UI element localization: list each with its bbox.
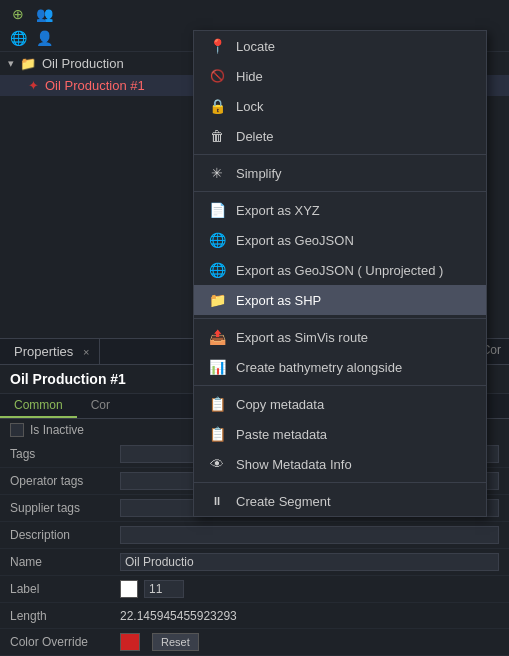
prop-row-color-override: Color Override Reset <box>0 629 509 656</box>
menu-sep-4 <box>194 385 486 386</box>
menu-item-export-geojson-unproj[interactable]: 🌐 Export as GeoJSON ( Unprojected ) <box>194 255 486 285</box>
prop-value-description[interactable] <box>120 526 499 544</box>
toolbar-icon-3[interactable]: 🌐 <box>8 28 28 48</box>
paste-metadata-icon: 📋 <box>208 425 226 443</box>
prop-value-length: 22.145945455923293 <box>120 609 499 623</box>
export-geojson-icon: 🌐 <box>208 231 226 249</box>
prop-label-length: Length <box>10 609 120 623</box>
hide-icon: 🚫 <box>208 67 226 85</box>
sub-tab-cor[interactable]: Cor <box>77 394 124 418</box>
lock-icon: 🔒 <box>208 97 226 115</box>
sub-tab-common[interactable]: Common <box>0 394 77 418</box>
prop-value-label[interactable]: 11 <box>144 580 184 598</box>
prop-label-name: Name <box>10 555 120 569</box>
context-menu: 📍 Locate 🚫 Hide 🔒 Lock 🗑 Delete ✳ Simpli… <box>193 30 487 517</box>
menu-item-copy-metadata[interactable]: 📋 Copy metadata <box>194 389 486 419</box>
reset-button[interactable]: Reset <box>152 633 199 651</box>
menu-item-locate[interactable]: 📍 Locate <box>194 31 486 61</box>
simplify-icon: ✳ <box>208 164 226 182</box>
label-color-swatch[interactable] <box>120 580 138 598</box>
menu-item-show-metadata[interactable]: 👁 Show Metadata Info <box>194 449 486 479</box>
menu-item-create-bathymetry[interactable]: 📊 Create bathymetry alongside <box>194 352 486 382</box>
tree-folder-icon: 📁 <box>20 56 36 71</box>
export-geojson-unproj-icon: 🌐 <box>208 261 226 279</box>
prop-row-length: Length 22.145945455923293 <box>0 603 509 629</box>
tree-item-icon: ✦ <box>28 78 39 93</box>
export-shp-icon: 📁 <box>208 291 226 309</box>
prop-color-override-group: Reset <box>120 633 199 651</box>
menu-sep-3 <box>194 318 486 319</box>
prop-row-name: Name Oil Productio <box>0 549 509 576</box>
locate-icon: 📍 <box>208 37 226 55</box>
bathymetry-icon: 📊 <box>208 358 226 376</box>
toolbar-icon-1[interactable]: ⊕ <box>8 4 28 24</box>
menu-sep-5 <box>194 482 486 483</box>
create-segment-icon: II <box>208 492 226 510</box>
prop-label-tags: Tags <box>10 447 120 461</box>
menu-item-export-geojson[interactable]: 🌐 Export as GeoJSON <box>194 225 486 255</box>
toolbar-icon-2[interactable]: 👥 <box>34 4 54 24</box>
menu-item-simplify[interactable]: ✳ Simplify <box>194 158 486 188</box>
tree-item-label: Oil Production #1 <box>45 78 145 93</box>
prop-row-description: Description <box>0 522 509 549</box>
is-inactive-checkbox[interactable] <box>10 423 24 437</box>
toolbar-icon-4[interactable]: 👤 <box>34 28 54 48</box>
prop-label-supplier-tags: Supplier tags <box>10 501 120 515</box>
prop-row-label: Label 11 <box>0 576 509 603</box>
menu-item-delete[interactable]: 🗑 Delete <box>194 121 486 151</box>
tree-root-label: Oil Production <box>42 56 124 71</box>
menu-sep-1 <box>194 154 486 155</box>
properties-close-icon[interactable]: × <box>83 346 89 358</box>
export-simvis-icon: 📤 <box>208 328 226 346</box>
menu-item-hide[interactable]: 🚫 Hide <box>194 61 486 91</box>
color-override-swatch[interactable] <box>120 633 140 651</box>
menu-item-create-segment[interactable]: II Create Segment <box>194 486 486 516</box>
tree-collapse-arrow[interactable]: ▾ <box>8 57 14 70</box>
prop-label-description: Description <box>10 528 120 542</box>
menu-item-export-shp[interactable]: 📁 Export as SHP <box>194 285 486 315</box>
copy-metadata-icon: 📋 <box>208 395 226 413</box>
prop-label-color-override: Color Override <box>10 635 120 649</box>
properties-tab[interactable]: Properties × <box>4 339 100 364</box>
prop-label-operator-tags: Operator tags <box>10 474 120 488</box>
menu-item-export-simvis[interactable]: 📤 Export as SimVis route <box>194 322 486 352</box>
show-metadata-icon: 👁 <box>208 455 226 473</box>
prop-label-value-group: 11 <box>120 580 184 598</box>
is-inactive-label: Is Inactive <box>30 423 84 437</box>
menu-item-paste-metadata[interactable]: 📋 Paste metadata <box>194 419 486 449</box>
menu-item-lock[interactable]: 🔒 Lock <box>194 91 486 121</box>
menu-sep-2 <box>194 191 486 192</box>
toolbar-icon-row-top: ⊕ 👥 <box>8 4 54 24</box>
toolbar-icons: ⊕ 👥 🌐 👤 <box>8 4 54 48</box>
delete-icon: 🗑 <box>208 127 226 145</box>
prop-value-name[interactable]: Oil Productio <box>120 553 499 571</box>
prop-label-label: Label <box>10 582 120 596</box>
toolbar-icon-row-bottom: 🌐 👤 <box>8 28 54 48</box>
menu-item-export-xyz[interactable]: 📄 Export as XYZ <box>194 195 486 225</box>
export-xyz-icon: 📄 <box>208 201 226 219</box>
